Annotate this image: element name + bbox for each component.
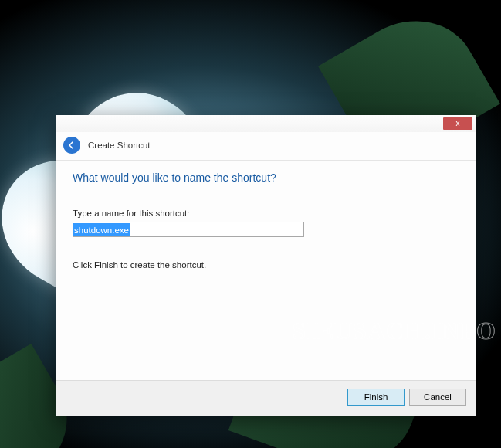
titlebar[interactable]: x	[56, 115, 476, 132]
close-icon: x	[456, 120, 460, 127]
dialog-content: What would you like to name the shortcut…	[56, 161, 476, 380]
finish-button[interactable]: Finish	[347, 389, 405, 406]
cancel-button[interactable]: Cancel	[409, 389, 466, 406]
wizard-header: Create Shortcut	[56, 132, 476, 161]
create-shortcut-dialog: x Create Shortcut What would you like to…	[56, 115, 476, 416]
shortcut-name-label: Type a name for this shortcut:	[73, 209, 459, 218]
back-arrow-icon	[67, 141, 76, 150]
close-button[interactable]: x	[443, 117, 472, 130]
wizard-title: Create Shortcut	[88, 141, 151, 150]
shortcut-name-value: shutdown.exe	[73, 223, 130, 237]
instruction-text: Click Finish to create the shortcut.	[73, 260, 459, 270]
page-heading: What would you like to name the shortcut…	[73, 171, 459, 184]
back-button[interactable]	[63, 137, 80, 154]
button-row: Finish Cancel	[56, 380, 476, 416]
shortcut-name-input[interactable]: shutdown.exe	[73, 222, 304, 237]
